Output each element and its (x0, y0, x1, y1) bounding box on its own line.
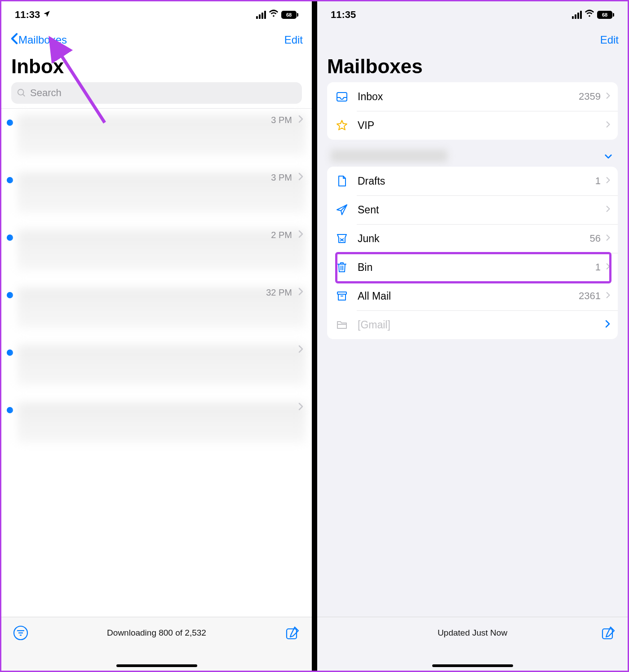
svg-line-1 (23, 94, 25, 97)
toolbar-status: Downloading 800 of 2,532 (28, 625, 285, 638)
unread-dot-icon (7, 349, 13, 356)
mailbox-count: 1 (595, 261, 601, 273)
inbox-icon (335, 90, 349, 103)
mailbox-row-sent[interactable]: Sent (327, 195, 618, 224)
chevron-left-icon (10, 33, 18, 47)
message-row[interactable]: 3 PM (1, 109, 312, 166)
svg-rect-13 (337, 292, 346, 294)
mailbox-row-drafts[interactable]: Drafts 1 (327, 167, 618, 195)
trash-icon (335, 261, 349, 274)
cellular-signal-icon (572, 11, 582, 19)
message-preview-redacted (18, 172, 306, 217)
unread-dot-icon (7, 119, 13, 126)
mailbox-row-allmail[interactable]: All Mail 2361 (327, 282, 618, 310)
search-icon (17, 88, 27, 98)
message-row[interactable]: 3 PM (1, 166, 312, 224)
chevron-right-icon (606, 121, 611, 130)
mailbox-label: VIP (358, 119, 606, 132)
unread-dot-icon (7, 407, 13, 413)
archive-icon (335, 289, 349, 303)
wifi-icon (269, 9, 279, 21)
cellular-signal-icon (256, 11, 266, 19)
message-list[interactable]: 3 PM 3 PM 2 PM 32 PM (1, 108, 312, 454)
mailbox-row-inbox[interactable]: Inbox 2359 (327, 82, 618, 111)
mailbox-count: 56 (590, 233, 601, 244)
mailbox-label: Inbox (358, 91, 579, 103)
filter-button[interactable] (13, 625, 28, 643)
battery-icon: 68 (597, 11, 614, 19)
home-indicator[interactable] (432, 664, 513, 667)
chevron-down-icon[interactable] (604, 151, 612, 161)
mailbox-label: [Gmail] (358, 319, 605, 331)
bottom-toolbar: Updated Just Now (317, 617, 628, 671)
mailbox-row-vip[interactable]: VIP (327, 111, 618, 140)
mailbox-row-bin[interactable]: Bin 1 (327, 253, 618, 282)
edit-button[interactable]: Edit (600, 34, 619, 46)
edit-button[interactable]: Edit (284, 34, 303, 46)
star-icon (335, 119, 349, 132)
message-row[interactable]: 32 PM (1, 281, 312, 339)
message-row[interactable]: 2 PM (1, 224, 312, 281)
top-mailboxes-card: Inbox 2359 VIP (327, 82, 618, 140)
chevron-right-icon (606, 177, 611, 186)
sent-icon (335, 203, 349, 217)
message-row[interactable] (1, 339, 312, 396)
mailbox-label: Sent (358, 204, 606, 216)
chevron-right-icon (605, 320, 611, 330)
mailbox-count: 2361 (579, 290, 601, 302)
message-row[interactable] (1, 396, 312, 454)
inbox-screen: 11:33 68 Mailboxes (1, 1, 312, 671)
message-time: 32 PM (266, 287, 292, 298)
svg-point-0 (18, 89, 24, 95)
chevron-right-icon (606, 292, 611, 301)
mailboxes-screen: 11:35 68 Edit Mailboxes Inbox 2359 (317, 1, 628, 671)
message-preview-redacted (18, 230, 306, 275)
message-preview-redacted (18, 115, 306, 160)
account-name-redacted (331, 150, 447, 162)
mailbox-row-junk[interactable]: Junk 56 (327, 224, 618, 253)
page-title: Mailboxes (317, 52, 628, 82)
mailbox-count: 2359 (579, 91, 601, 102)
chevron-right-icon (298, 402, 304, 412)
status-time: 11:33 (15, 9, 40, 21)
chevron-right-icon (298, 115, 304, 125)
back-label: Mailboxes (18, 34, 67, 46)
chevron-right-icon (606, 234, 611, 243)
message-time: 2 PM (271, 230, 292, 240)
bottom-toolbar: Downloading 800 of 2,532 (1, 617, 312, 671)
message-preview-redacted (18, 402, 306, 447)
chevron-right-icon (606, 205, 611, 214)
chevron-right-icon (606, 92, 611, 101)
mailbox-row-gmail[interactable]: [Gmail] (327, 310, 618, 339)
status-bar: 11:35 68 (317, 1, 628, 28)
page-title: Inbox (1, 52, 312, 82)
chevron-right-icon (298, 287, 304, 297)
chevron-right-icon (298, 345, 304, 355)
chevron-right-icon (298, 230, 304, 240)
folder-icon (335, 318, 349, 332)
account-header[interactable] (317, 140, 628, 167)
home-indicator[interactable] (116, 664, 197, 667)
compose-button[interactable] (285, 625, 300, 643)
message-preview-redacted (18, 287, 306, 332)
back-mailboxes-button[interactable]: Mailboxes (10, 33, 67, 47)
chevron-right-icon (606, 263, 611, 272)
unread-dot-icon (7, 234, 13, 241)
mailbox-label: All Mail (358, 290, 579, 302)
draft-icon (335, 174, 349, 188)
status-bar: 11:33 68 (1, 1, 312, 28)
nav-bar: Edit (317, 28, 628, 52)
mailbox-label: Bin (358, 261, 595, 274)
wifi-icon (585, 9, 594, 21)
nav-bar: Mailboxes Edit (1, 28, 312, 52)
account-mailboxes-card: Drafts 1 Sent Junk 56 Bin 1 All Mail 236… (327, 167, 618, 339)
message-time: 3 PM (271, 172, 292, 183)
chevron-right-icon (298, 172, 304, 182)
junk-icon (335, 232, 349, 245)
compose-button[interactable] (601, 625, 616, 643)
unread-dot-icon (7, 292, 13, 298)
battery-icon: 68 (281, 11, 298, 19)
message-preview-redacted (18, 345, 306, 390)
mailbox-label: Drafts (358, 175, 595, 187)
search-input[interactable]: Search (11, 82, 302, 104)
